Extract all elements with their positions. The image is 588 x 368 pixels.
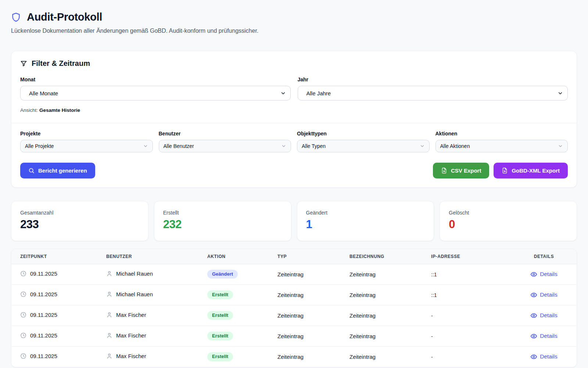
view-info-value: Gesamte Historie [39, 107, 80, 113]
users-select-value: Alle Benutzer [164, 143, 194, 149]
action-badge: Geändert [207, 270, 238, 279]
generate-report-button[interactable]: Bericht generieren [20, 163, 95, 178]
clock-icon [20, 353, 26, 359]
month-field: Monat Alle Monate [20, 77, 291, 100]
page-title: Audit-Protokoll [27, 11, 102, 23]
user-icon [106, 312, 112, 318]
users-label: Benutzer [159, 131, 291, 137]
details-link[interactable]: Details [511, 291, 577, 298]
stat-label: Geändert [306, 210, 425, 216]
chevron-down-icon [557, 91, 563, 96]
audit-table-card: ZEITPUNKT BENUTZER AKTION TYP BEZEICHNUN… [11, 249, 577, 367]
row-designation: Zeiteintrag [349, 271, 376, 277]
actions-label: Aktionen [435, 131, 568, 137]
column-header-bezeichnung: BEZEICHNUNG [349, 249, 431, 264]
details-link-label: Details [540, 333, 557, 339]
table-row: 09.11.2025 Michael Rauen Erstellt Zeitei… [11, 284, 577, 305]
row-ip-address: - [431, 313, 433, 319]
eye-icon [530, 312, 537, 319]
stat-card-total: Gesamtanzahl 233 [11, 201, 148, 241]
eye-icon [530, 333, 537, 340]
row-ip-address: ::1 [431, 272, 437, 277]
stat-value: 233 [20, 218, 139, 231]
users-field: Benutzer Alle Benutzer [159, 131, 291, 152]
eye-icon [530, 353, 537, 360]
column-header-aktion: AKTION [207, 249, 277, 264]
search-icon [28, 167, 35, 174]
clock-icon [20, 291, 26, 297]
chevron-down-icon [143, 144, 148, 149]
table-row: 09.11.2025 Max Fischer Erstellt Zeiteint… [11, 326, 577, 346]
stat-card-created: Erstellt 232 [154, 201, 291, 241]
row-user: Max Fischer [116, 312, 146, 318]
action-badge: Erstellt [207, 290, 233, 300]
action-badge: Erstellt [207, 332, 233, 341]
stat-value: 1 [306, 218, 425, 231]
projects-field: Projekte Alle Projekte [20, 131, 153, 152]
stat-value: 0 [449, 218, 568, 231]
user-icon [106, 353, 112, 359]
audit-table: ZEITPUNKT BENUTZER AKTION TYP BEZEICHNUN… [11, 249, 577, 367]
object-types-label: Objekttypen [297, 131, 430, 137]
object-types-select-value: Alle Typen [302, 143, 326, 149]
year-select-value: Alle Jahre [306, 90, 331, 96]
year-select[interactable]: Alle Jahre [298, 86, 568, 100]
row-designation: Zeiteintrag [349, 292, 376, 298]
object-types-field: Objekttypen Alle Typen [297, 131, 430, 152]
stat-label: Gelöscht [449, 210, 568, 216]
year-label: Jahr [298, 77, 568, 82]
details-link-label: Details [540, 271, 557, 277]
month-select[interactable]: Alle Monate [20, 86, 291, 100]
filter-card: Filter & Zeitraum Monat Alle Monate Jahr… [11, 51, 577, 188]
column-header-zeitpunkt: ZEITPUNKT [11, 249, 106, 264]
table-row: 09.11.2025 Michael Rauen Geändert Zeitei… [11, 264, 577, 284]
view-info-label: Ansicht: [20, 107, 38, 113]
details-link[interactable]: Details [511, 312, 577, 319]
chevron-down-icon [281, 144, 286, 149]
table-row: 09.11.2025 Max Fischer Erstellt Zeiteint… [11, 305, 577, 326]
column-header-typ: TYP [277, 249, 349, 264]
clock-icon [20, 270, 26, 277]
object-types-select[interactable]: Alle Typen [297, 140, 430, 152]
row-ip-address: - [431, 354, 433, 360]
projects-select[interactable]: Alle Projekte [20, 140, 153, 152]
gobd-xml-export-button[interactable]: GoBD-XML Export [494, 163, 568, 178]
column-header-details: DETAILS [511, 249, 577, 264]
filter-card-title: Filter & Zeitraum [32, 59, 90, 68]
actions-select[interactable]: Alle Aktionen [435, 140, 568, 152]
row-user: Max Fischer [116, 353, 146, 359]
chevron-down-icon [280, 91, 286, 96]
user-icon [106, 332, 112, 339]
page-subtitle: Lückenlose Dokumentation aller Änderunge… [11, 28, 577, 34]
row-ip-address: ::1 [431, 292, 437, 298]
file-download-icon [502, 167, 508, 174]
row-type: Zeiteintrag [277, 354, 304, 360]
funnel-icon [20, 60, 27, 67]
generate-report-label: Bericht generieren [38, 167, 87, 174]
csv-export-label: CSV Export [451, 167, 481, 174]
users-select[interactable]: Alle Benutzer [159, 140, 291, 152]
details-link[interactable]: Details [511, 333, 577, 340]
export-buttons: CSV Export GoBD-XML Export [433, 163, 568, 178]
file-download-icon [441, 167, 447, 174]
details-link[interactable]: Details [511, 353, 577, 360]
row-designation: Zeiteintrag [349, 354, 376, 360]
stat-label: Gesamtanzahl [20, 210, 139, 216]
actions-field: Aktionen Alle Aktionen [435, 131, 568, 152]
table-row: 09.11.2025 Max Fischer Erstellt Zeiteint… [11, 346, 577, 367]
table-header-row: ZEITPUNKT BENUTZER AKTION TYP BEZEICHNUN… [11, 249, 577, 264]
row-user: Michael Rauen [116, 270, 153, 277]
month-label: Monat [20, 77, 291, 82]
row-type: Zeiteintrag [277, 292, 304, 298]
row-user: Michael Rauen [116, 291, 153, 297]
csv-export-button[interactable]: CSV Export [433, 163, 490, 178]
chevron-down-icon [558, 144, 563, 149]
action-badge: Erstellt [207, 311, 233, 320]
stats-row: Gesamtanzahl 233 Erstellt 232 Geändert 1… [11, 201, 577, 241]
eye-icon [530, 291, 537, 298]
month-select-value: Alle Monate [29, 90, 58, 96]
details-link[interactable]: Details [511, 271, 577, 278]
row-timestamp: 09.11.2025 [30, 270, 57, 277]
projects-select-value: Alle Projekte [25, 143, 54, 149]
row-ip-address: - [431, 333, 433, 339]
